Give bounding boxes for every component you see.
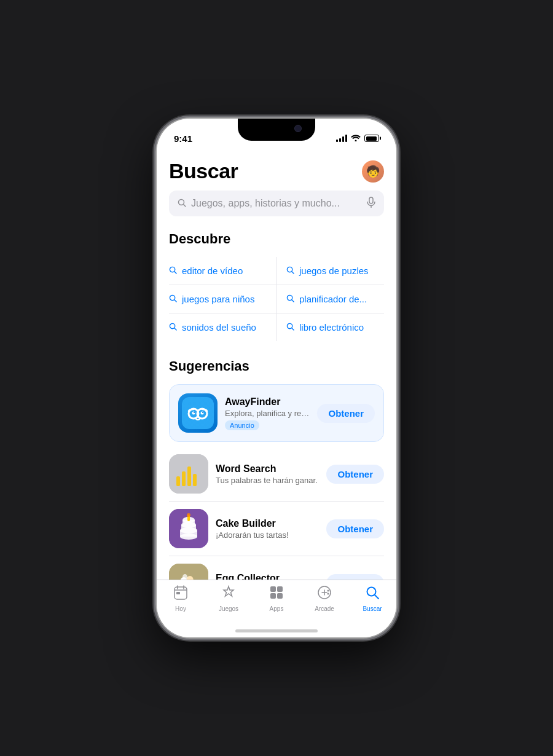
svg-point-38 — [187, 513, 190, 517]
front-camera — [294, 125, 302, 132]
app-desc: Tus palabras te harán ganar. — [216, 476, 319, 485]
discover-search-icon-5 — [169, 323, 177, 333]
discover-item-label: editor de vídeo — [182, 266, 243, 276]
app-info-awayfinder: AwayFinder Explora, planifica y reserva … — [225, 396, 310, 430]
svg-point-22 — [194, 412, 195, 413]
suggestions-section: Sugerencias — [169, 358, 384, 580]
svg-line-7 — [292, 271, 294, 273]
tab-bar: Hoy Juegos — [157, 580, 396, 629]
svg-rect-27 — [187, 467, 191, 486]
discover-search-icon-6 — [286, 323, 294, 333]
search-icon — [178, 199, 186, 209]
phone-frame: 9:41 — [157, 119, 396, 637]
discover-grid: editor de vídeo juegos de puzles juegos … — [169, 257, 384, 341]
discover-section: Descubre editor de vídeo juegos de puzle… — [169, 231, 384, 341]
obtain-button-awayfinder[interactable]: Obtener — [317, 404, 375, 423]
home-indicator — [235, 629, 318, 632]
app-icon-eggcollector — [169, 564, 208, 580]
app-card-awayfinder[interactable]: AwayFinder Explora, planifica y reserva … — [169, 384, 384, 442]
tab-apps[interactable]: Apps — [258, 585, 295, 612]
svg-rect-2 — [369, 197, 373, 203]
tab-arcade-label: Arcade — [315, 605, 334, 612]
tab-juegos-icon — [222, 585, 235, 604]
discover-search-icon-3 — [169, 294, 177, 304]
battery-icon — [364, 135, 379, 142]
discover-item[interactable]: libro electrónico — [276, 313, 384, 341]
discover-item-label: juegos para niños — [182, 294, 254, 304]
discover-item-label: sonidos del sueño — [182, 322, 256, 333]
app-desc: Explora, planifica y reserva v... — [225, 409, 310, 418]
svg-line-61 — [375, 595, 378, 599]
discover-item[interactable]: sonidos del sueño — [169, 313, 276, 341]
tab-juegos-label: Juegos — [219, 605, 238, 612]
app-name: AwayFinder — [225, 396, 310, 408]
svg-rect-52 — [277, 586, 283, 592]
svg-point-23 — [202, 412, 203, 413]
svg-line-11 — [292, 299, 294, 301]
app-info-cakebuilder: Cake Builder ¡Adorarán tus tartas! — [216, 518, 319, 540]
screen: 9:41 — [157, 119, 396, 637]
app-info-eggcollector: Egg Collector Recoge huevos. Consigue pu… — [216, 573, 319, 580]
svg-rect-50 — [176, 592, 180, 594]
app-info-wordsearch: Word Search Tus palabras te harán ganar. — [216, 463, 319, 485]
svg-line-15 — [292, 328, 294, 329]
app-icon-wordsearch — [169, 454, 208, 494]
svg-line-1 — [184, 204, 186, 207]
tab-arcade[interactable]: Arcade — [306, 585, 343, 612]
notch — [238, 119, 315, 141]
status-icons — [336, 134, 379, 143]
discover-item-label: libro electrónico — [299, 322, 364, 333]
svg-point-36 — [180, 534, 197, 540]
svg-point-59 — [327, 593, 329, 595]
svg-point-20 — [192, 412, 195, 415]
search-bar[interactable]: Juegos, apps, historias y mucho... — [169, 191, 384, 216]
obtain-button-wordsearch[interactable]: Obtener — [326, 465, 384, 484]
discover-title: Descubre — [169, 231, 384, 247]
tab-hoy[interactable]: Hoy — [162, 585, 199, 612]
app-name: Cake Builder — [216, 518, 319, 529]
discover-item[interactable]: juegos para niños — [169, 285, 276, 313]
obtain-button-eggcollector[interactable]: Obtener — [326, 574, 384, 580]
discover-search-icon-1 — [169, 266, 177, 276]
svg-line-13 — [175, 328, 176, 329]
svg-point-21 — [201, 412, 204, 415]
svg-line-9 — [175, 299, 176, 301]
app-row-cakebuilder: Cake Builder ¡Adorarán tus tartas! Obten… — [169, 502, 384, 556]
mic-icon[interactable] — [367, 197, 375, 210]
discover-item-label: planificador de... — [299, 294, 367, 304]
app-name: Egg Collector — [216, 573, 319, 580]
app-row-eggcollector: Egg Collector Recoge huevos. Consigue pu… — [169, 556, 384, 580]
discover-item[interactable]: editor de vídeo — [169, 257, 276, 285]
discover-search-icon-4 — [286, 294, 294, 304]
app-name: Word Search — [216, 463, 319, 474]
app-row-wordsearch: Word Search Tus palabras te harán ganar.… — [169, 447, 384, 502]
page-title: Buscar — [169, 159, 238, 183]
tab-hoy-label: Hoy — [175, 605, 186, 612]
tab-arcade-icon — [317, 585, 332, 604]
wifi-icon — [351, 134, 361, 143]
tab-apps-icon — [269, 585, 284, 604]
page-header: Buscar 🧒 — [169, 149, 384, 191]
app-badge: Anuncio — [225, 420, 259, 430]
tab-buscar[interactable]: Buscar — [354, 585, 391, 612]
svg-point-58 — [327, 590, 329, 592]
signal-icon — [336, 135, 347, 142]
search-placeholder: Juegos, apps, historias y mucho... — [191, 198, 362, 209]
obtain-button-cakebuilder[interactable]: Obtener — [326, 519, 384, 538]
app-icon-awayfinder — [178, 393, 218, 433]
svg-line-5 — [175, 271, 176, 273]
tab-buscar-label: Buscar — [363, 605, 382, 612]
avatar[interactable]: 🧒 — [362, 160, 384, 183]
tab-buscar-icon — [365, 585, 380, 604]
svg-rect-51 — [270, 586, 276, 592]
tab-apps-label: Apps — [270, 605, 284, 612]
app-icon-cakebuilder — [169, 509, 208, 548]
svg-rect-54 — [277, 593, 283, 599]
content-area: Buscar 🧒 Juegos, apps, historias y mucho… — [157, 149, 396, 580]
app-desc: ¡Adorarán tus tartas! — [216, 530, 319, 540]
tab-juegos[interactable]: Juegos — [210, 585, 247, 612]
svg-rect-28 — [193, 474, 197, 486]
discover-item[interactable]: planificador de... — [276, 285, 384, 313]
suggestions-title: Sugerencias — [169, 358, 384, 374]
discover-item[interactable]: juegos de puzles — [276, 257, 384, 285]
